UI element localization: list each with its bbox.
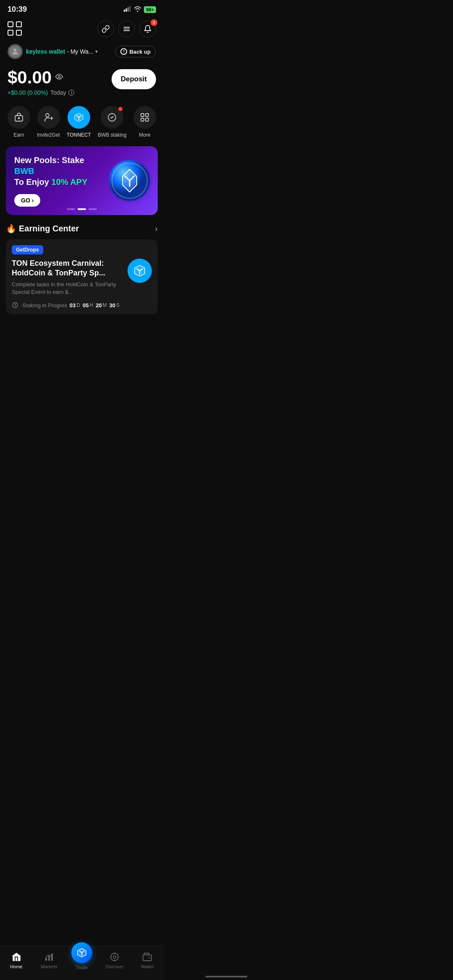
- backup-label: Back up: [129, 49, 151, 55]
- balance-value: $0.00: [8, 67, 52, 88]
- earning-center-title: 🔥 Earning Center: [6, 223, 79, 233]
- wifi-icon: [134, 6, 141, 13]
- wallet-chevron: ▾: [95, 49, 98, 54]
- card-icon-circle: [128, 259, 152, 283]
- bwb-staking-dot: [118, 107, 122, 111]
- banner-highlight-bwb: BWB: [14, 166, 34, 176]
- status-bar: 10:39 98+: [0, 0, 164, 17]
- balance-change: +$0.00 (0.00%) Today i: [8, 89, 74, 96]
- card-desc: Complete tasks in the HoldCoin & TonPart…: [12, 281, 123, 296]
- action-bwb-staking[interactable]: BWB staking: [98, 106, 127, 138]
- banner-dot-3: [89, 208, 97, 210]
- balance-change-value: +$0.00 (0.00%): [8, 89, 48, 96]
- eye-icon[interactable]: [55, 73, 63, 83]
- balance-section: $0.00 +$0.00 (0.00%) Today i Deposit: [0, 64, 164, 103]
- earning-center-chevron[interactable]: ›: [155, 224, 158, 233]
- svg-point-8: [58, 75, 60, 78]
- battery-badge: 98+: [144, 6, 156, 13]
- banner-dot-1: [67, 208, 75, 210]
- countdown-seconds-label: S: [116, 302, 120, 308]
- banner-title-line2: To Enjoy: [14, 177, 52, 187]
- deposit-button[interactable]: Deposit: [112, 69, 156, 89]
- earn-card[interactable]: GetDrops TON Ecosystem Carnival: HoldCoi…: [6, 239, 158, 314]
- apps-icon-dot: [8, 21, 13, 27]
- backup-button[interactable]: ! Back up: [115, 46, 156, 57]
- banner-go-button[interactable]: GO ›: [14, 194, 40, 207]
- svg-rect-3: [130, 6, 131, 12]
- apps-icon-dot: [8, 30, 13, 36]
- wallet-left[interactable]: keyless wallet - My Wa... ▾: [8, 44, 98, 59]
- warning-icon: !: [120, 48, 127, 55]
- action-earn-circle: [8, 106, 30, 129]
- countdown-minutes-num: 20: [96, 302, 102, 309]
- earning-center-emoji: 🔥: [6, 223, 16, 233]
- banner-title-line1: New Pools: Stake: [14, 156, 84, 165]
- earning-center: 🔥 Earning Center › GetDrops TON Ecosyste…: [0, 223, 164, 319]
- wallet-avatar-inner: [9, 46, 21, 57]
- clock-icon: [12, 302, 18, 309]
- action-more-circle: [133, 106, 156, 129]
- action-bwb-staking-label: BWB staking: [98, 132, 127, 138]
- today-label: Today: [50, 89, 66, 96]
- notification-button[interactable]: 3: [139, 21, 156, 37]
- card-footer-prefix: ·Staking in Progres: [21, 302, 67, 309]
- action-tonnect[interactable]: TONNECT: [67, 106, 91, 138]
- svg-rect-20: [141, 118, 144, 121]
- wallet-name: keyless wallet - My Wa... ▾: [26, 48, 98, 55]
- countdown: 03 D 05 H 20 M 30 S: [70, 302, 120, 309]
- header-right: 3: [97, 21, 156, 37]
- earning-center-title-text: Earning Center: [19, 224, 79, 233]
- countdown-days-label: D: [76, 302, 80, 308]
- svg-point-7: [14, 49, 17, 52]
- balance-amount: $0.00: [8, 67, 74, 88]
- countdown-seconds-num: 30: [109, 302, 115, 309]
- wallet-name-suffix: - My Wa...: [67, 48, 93, 55]
- wallet-row: keyless wallet - My Wa... ▾ ! Back up: [0, 42, 164, 64]
- card-text-area: TON Ecosystem Carnival: HoldCoin & TonPa…: [12, 259, 123, 296]
- action-more-label: More: [139, 132, 150, 138]
- info-icon: i: [68, 90, 74, 96]
- svg-rect-0: [124, 10, 125, 12]
- action-more[interactable]: More: [133, 106, 156, 138]
- svg-rect-18: [141, 114, 144, 117]
- quick-actions: Earn Invite2Get TONNECT: [0, 103, 164, 145]
- card-title: TON Ecosystem Carnival: HoldCoin & TonPa…: [12, 259, 123, 278]
- card-content: TON Ecosystem Carnival: HoldCoin & TonPa…: [12, 259, 152, 296]
- svg-rect-1: [126, 8, 127, 12]
- countdown-seconds: 30 S: [109, 302, 120, 309]
- countdown-hours-num: 05: [83, 302, 89, 309]
- wallet-avatar: [8, 44, 23, 59]
- banner-title: New Pools: Stake BWB To Enjoy 10% APY: [14, 155, 89, 187]
- status-time: 10:39: [8, 5, 27, 14]
- card-footer: ·Staking in Progres 03 D 05 H 20 M 30 S: [12, 302, 152, 309]
- countdown-minutes: 20 M: [96, 302, 107, 309]
- apps-icon[interactable]: [8, 21, 23, 36]
- action-invite2get[interactable]: Invite2Get: [37, 106, 60, 138]
- action-bwb-staking-circle: [101, 106, 123, 129]
- banner-text: New Pools: Stake BWB To Enjoy 10% APY GO…: [14, 155, 89, 207]
- countdown-hours: 05 H: [83, 302, 93, 309]
- countdown-days-num: 03: [70, 302, 76, 309]
- header-left: [8, 21, 23, 36]
- action-earn[interactable]: Earn: [8, 106, 30, 138]
- header: 3: [0, 17, 164, 42]
- card-badge: GetDrops: [12, 245, 43, 254]
- action-tonnect-circle: [68, 106, 90, 129]
- balance-left: $0.00 +$0.00 (0.00%) Today i: [8, 67, 74, 96]
- signal-icon: [124, 6, 131, 13]
- menu-button[interactable]: [118, 21, 135, 37]
- banner-coin: [107, 158, 153, 204]
- wallet-name-green: keyless wallet: [26, 48, 65, 55]
- countdown-days: 03 D: [70, 302, 80, 309]
- svg-rect-2: [128, 7, 129, 12]
- banner[interactable]: New Pools: Stake BWB To Enjoy 10% APY GO…: [6, 146, 158, 215]
- countdown-minutes-label: M: [103, 302, 107, 308]
- svg-rect-21: [146, 118, 148, 121]
- action-invite2get-label: Invite2Get: [37, 132, 60, 138]
- apps-icon-dot: [16, 21, 22, 27]
- notification-badge: 3: [151, 19, 157, 26]
- link-button[interactable]: [97, 21, 114, 37]
- earning-center-header: 🔥 Earning Center ›: [6, 223, 158, 233]
- action-earn-label: Earn: [13, 132, 24, 138]
- svg-rect-19: [146, 114, 148, 117]
